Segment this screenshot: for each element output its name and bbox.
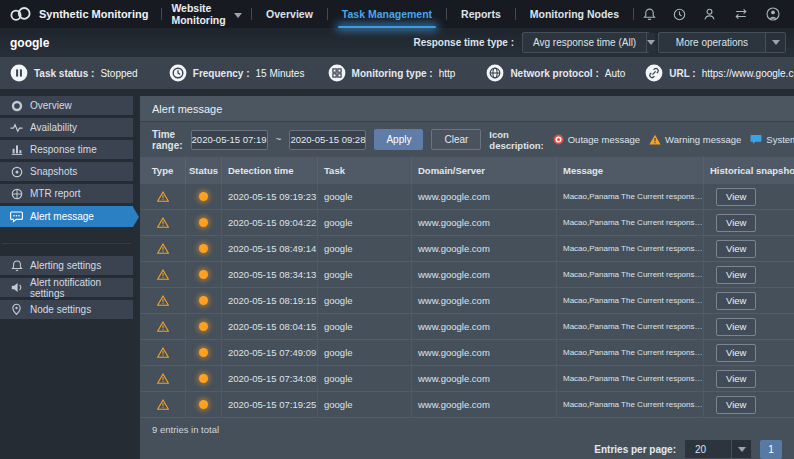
snapshot-cell: View bbox=[704, 236, 794, 261]
snapshot-cell: View bbox=[704, 340, 794, 365]
status-dot bbox=[199, 296, 208, 305]
domain-cell: www.google.com bbox=[412, 262, 557, 287]
response-time-type-value: Avg response time (All) bbox=[523, 37, 646, 48]
location-pin-icon bbox=[10, 303, 23, 316]
chevron-down-icon bbox=[731, 440, 751, 458]
sidebar-item-availability[interactable]: Availability bbox=[0, 118, 133, 137]
tab-overview[interactable]: Overview bbox=[264, 0, 315, 28]
type-cell bbox=[140, 392, 186, 417]
legend-label: Outage message bbox=[568, 134, 640, 145]
sidebar-item-label: Overview bbox=[30, 100, 72, 111]
sidebar-item-mtr-report[interactable]: MTR report bbox=[0, 184, 133, 203]
message-cell: Macao,Panama The Current response time i… bbox=[557, 314, 704, 339]
sidebar-item-label: Alert message bbox=[30, 211, 94, 222]
apply-button[interactable]: Apply bbox=[374, 129, 423, 150]
sidebar: OverviewAvailabilityResponse timeSnapsho… bbox=[0, 96, 133, 459]
globe-badge-icon bbox=[486, 64, 504, 82]
sidebar-item-response-time[interactable]: Response time bbox=[0, 140, 133, 159]
main-panel: Alert message Time range: 2020-05-15 07:… bbox=[140, 96, 794, 459]
top-nav: Synthetic Monitoring Website Monitoring … bbox=[0, 0, 794, 28]
icon-description-legend: Icon description: Outage messageWarning … bbox=[489, 129, 794, 151]
sidebar-item-alerting-settings[interactable]: Alerting settings bbox=[0, 256, 133, 275]
status-cell bbox=[186, 184, 222, 209]
sidebar-item-node-settings[interactable]: Node settings bbox=[0, 300, 133, 319]
table-header: TypeStatusDetection timeTaskDomain/Serve… bbox=[140, 157, 794, 184]
detection-time-cell: 2020-05-15 07:19:25 bbox=[222, 392, 318, 417]
status-label: URL : bbox=[669, 68, 695, 79]
view-button[interactable]: View bbox=[716, 344, 756, 362]
task-cell: google bbox=[318, 262, 412, 287]
view-button[interactable]: View bbox=[716, 240, 756, 258]
status-item-frequency: Frequency :15 Minutes bbox=[159, 64, 318, 82]
status-item-task-status: Task status :Stopped bbox=[0, 64, 159, 82]
table-row: 2020-05-15 07:34:08googlewww.google.comM… bbox=[140, 366, 794, 392]
snapshot-cell: View bbox=[704, 210, 794, 235]
page-1-button[interactable]: 1 bbox=[760, 440, 782, 459]
table-body: 2020-05-15 09:19:23googlewww.google.comM… bbox=[140, 184, 794, 418]
mtr-report-icon bbox=[10, 188, 23, 200]
status-cell bbox=[186, 236, 222, 261]
view-button[interactable]: View bbox=[716, 318, 756, 336]
status-value: Auto bbox=[605, 68, 626, 79]
product-menu[interactable]: Website Monitoring bbox=[171, 2, 242, 26]
time-range-start-input[interactable]: 2020-05-15 07:19 bbox=[191, 130, 268, 150]
entries-per-page-select[interactable]: 20 bbox=[684, 439, 752, 459]
tab-task-management[interactable]: Task Management bbox=[340, 0, 434, 28]
bell-icon[interactable] bbox=[643, 7, 656, 21]
task-cell: google bbox=[318, 236, 412, 261]
snapshot-cell: View bbox=[704, 184, 794, 209]
warning-icon bbox=[649, 134, 661, 145]
domain-cell: www.google.com bbox=[412, 288, 557, 313]
time-range-end-input[interactable]: 2020-05-15 09:28 bbox=[289, 130, 366, 150]
column-header-detection-time: Detection time bbox=[222, 157, 318, 184]
icon-description-label: Icon description: bbox=[489, 129, 543, 151]
sidebar-item-snapshots[interactable]: Snapshots bbox=[0, 162, 133, 181]
tab-reports[interactable]: Reports bbox=[459, 0, 503, 28]
warning-icon bbox=[157, 347, 169, 358]
status-dot bbox=[199, 348, 208, 357]
sidebar-item-alert-message[interactable]: Alert message bbox=[0, 206, 133, 227]
divider bbox=[251, 8, 252, 20]
message-cell: Macao,Panama The Current response time i… bbox=[557, 340, 704, 365]
avatar-icon[interactable] bbox=[766, 7, 780, 21]
sidebar-item-label: Availability bbox=[30, 122, 77, 133]
tab-monitoring-nodes[interactable]: Monitoring Nodes bbox=[528, 0, 621, 28]
task-status-bar: Task status :StoppedFrequency :15 Minute… bbox=[0, 57, 794, 89]
type-cell bbox=[140, 314, 186, 339]
detection-time-cell: 2020-05-15 08:19:15 bbox=[222, 288, 318, 313]
more-operations-label: More operations bbox=[659, 37, 765, 48]
status-dot bbox=[199, 218, 208, 227]
response-time-type-select[interactable]: Avg response time (All) bbox=[522, 32, 650, 53]
clock-icon[interactable] bbox=[673, 8, 686, 21]
status-value: http bbox=[439, 68, 456, 79]
view-button[interactable]: View bbox=[716, 292, 756, 310]
view-button[interactable]: View bbox=[716, 266, 756, 284]
task-cell: google bbox=[318, 392, 412, 417]
status-value: 15 Minutes bbox=[255, 68, 304, 79]
domain-cell: www.google.com bbox=[412, 184, 557, 209]
view-button[interactable]: View bbox=[716, 370, 756, 388]
pagination: Entries per page: 20 1 bbox=[140, 435, 794, 459]
domain-cell: www.google.com bbox=[412, 210, 557, 235]
type-cell bbox=[140, 262, 186, 287]
swap-icon[interactable] bbox=[733, 8, 749, 20]
sidebar-item-overview[interactable]: Overview bbox=[0, 96, 133, 115]
type-cell bbox=[140, 340, 186, 365]
task-cell: google bbox=[318, 366, 412, 391]
status-value: Stopped bbox=[100, 68, 137, 79]
view-button[interactable]: View bbox=[716, 188, 756, 206]
column-header-message: Message bbox=[557, 157, 704, 184]
more-operations-select[interactable]: More operations bbox=[658, 32, 786, 53]
clear-button[interactable]: Clear bbox=[431, 129, 481, 150]
warning-icon bbox=[157, 191, 169, 202]
table-row: 2020-05-15 08:04:15googlewww.google.comM… bbox=[140, 314, 794, 340]
status-dot bbox=[199, 270, 208, 279]
view-button[interactable]: View bbox=[716, 214, 756, 232]
detection-time-cell: 2020-05-15 08:34:13 bbox=[222, 262, 318, 287]
view-button[interactable]: View bbox=[716, 396, 756, 414]
user-icon[interactable] bbox=[703, 7, 716, 21]
message-cell: Macao,Panama The Current response time i… bbox=[557, 184, 704, 209]
sidebar-item-alert-notification-settings[interactable]: Alert notification settings bbox=[0, 278, 133, 297]
clock-badge-icon bbox=[169, 64, 187, 82]
status-cell bbox=[186, 262, 222, 287]
